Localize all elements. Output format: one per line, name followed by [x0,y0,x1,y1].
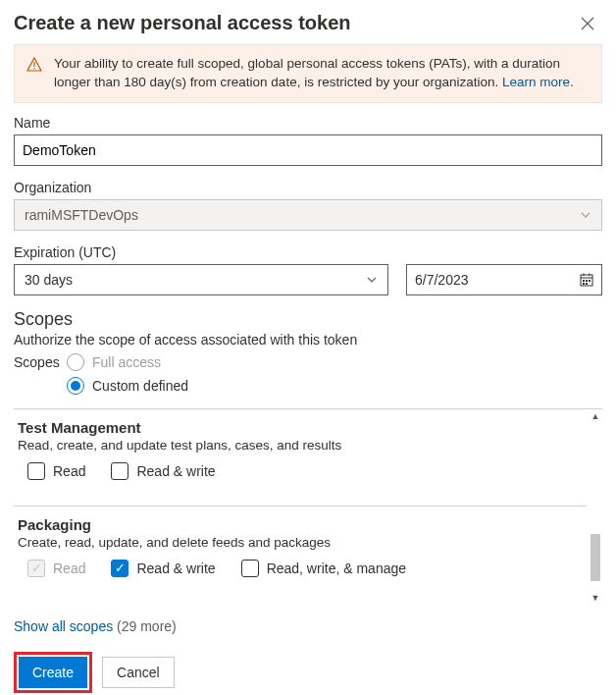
organization-value: ramiMSFTDevOps [25,207,138,223]
cancel-button[interactable]: Cancel [102,657,175,688]
radio-label-custom: Custom defined [92,378,188,394]
warning-icon [26,57,42,73]
name-label: Name [14,115,602,131]
expiration-label: Expiration (UTC) [14,244,602,260]
svg-rect-0 [33,62,34,67]
perm-read: ✓ Read [27,560,85,577]
chevron-down-icon [366,274,378,286]
scopes-subheading: Authorize the scope of access associated… [14,332,602,348]
svg-rect-6 [583,280,585,282]
show-all-scopes-link[interactable]: Show all scopes [14,618,113,634]
warning-text: Your ability to create full scoped, glob… [54,55,590,92]
checkbox-icon: ✓ [27,560,45,577]
expiration-duration-value: 30 days [25,272,73,288]
learn-more-link[interactable]: Learn more. [502,75,574,89]
scrollbar[interactable]: ▲ ▼ [589,409,602,605]
scope-group-test-management: Test Management Read, create, and update… [14,409,587,492]
expiration-date-value: 6/7/2023 [415,272,469,288]
close-icon [581,17,594,30]
expiration-duration-select[interactable]: 30 days [14,264,388,295]
dialog-title: Create a new personal access token [14,12,351,34]
scopes-inline-label: Scopes [14,354,59,370]
radio-icon [67,377,84,395]
perm-label: Read & write [136,463,215,479]
scroll-thumb[interactable] [590,534,600,581]
organization-label: Organization [14,180,602,195]
show-all-count: (29 more) [117,618,177,634]
chevron-down-icon [580,209,591,221]
svg-rect-9 [583,283,585,285]
create-button-highlight: Create [14,652,92,693]
perm-read[interactable]: Read [27,462,85,480]
perm-label: Read [53,463,85,479]
perm-label: Read & write [136,561,215,576]
dialog-footer: Create Cancel [14,652,602,693]
scroll-up-icon: ▲ [591,409,600,423]
expiration-date-input[interactable]: 6/7/2023 [406,264,602,295]
scope-title: Packaging [18,516,583,533]
name-input[interactable] [14,134,602,166]
radio-icon [67,353,84,371]
perm-read-write[interactable]: Read & write [111,462,215,480]
calendar-icon [580,273,593,287]
svg-rect-7 [586,280,588,282]
checkbox-icon [27,462,45,480]
scope-title: Test Management [18,419,583,436]
close-button[interactable] [573,13,602,34]
create-pat-dialog: Create a new personal access token Your … [0,0,616,695]
svg-rect-1 [33,68,34,69]
perm-read-write-manage[interactable]: Read, write, & manage [241,560,406,577]
warning-banner: Your ability to create full scoped, glob… [14,44,602,103]
svg-rect-8 [589,280,590,282]
scopes-radio-custom[interactable]: Custom defined [67,377,602,395]
scope-desc: Create, read, update, and delete feeds a… [18,535,583,550]
scope-group-packaging: Packaging Create, read, update, and dele… [14,507,587,589]
checkbox-icon [241,560,259,577]
perm-read-write[interactable]: ✓ Read & write [111,560,215,577]
checkbox-icon: ✓ [111,560,128,577]
perm-label: Read, write, & manage [267,561,406,576]
create-button[interactable]: Create [19,657,87,688]
checkbox-icon [111,462,128,480]
show-all-scopes-row: Show all scopes (29 more) [14,618,602,634]
perm-label: Read [53,561,85,576]
svg-rect-10 [586,283,588,285]
dialog-header: Create a new personal access token [14,12,602,44]
scope-desc: Read, create, and update test plans, cas… [18,438,583,453]
organization-select[interactable]: ramiMSFTDevOps [14,199,602,231]
radio-label-full: Full access [92,354,161,370]
scroll-down-icon: ▼ [591,591,600,605]
scope-list: Test Management Read, create, and update… [14,408,602,605]
scopes-radio-full[interactable]: Scopes Full access [14,353,602,371]
scopes-heading: Scopes [14,309,602,330]
